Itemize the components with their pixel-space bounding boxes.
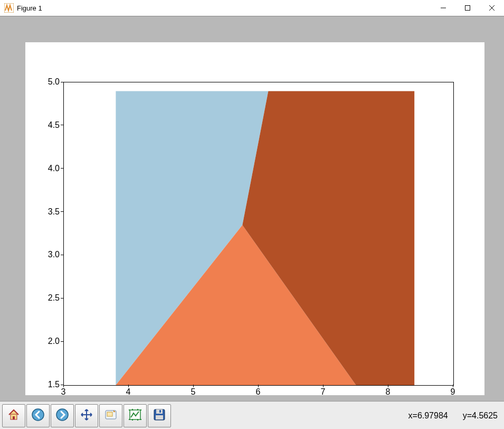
window-controls bbox=[431, 0, 504, 16]
x-tick-label: 4 bbox=[126, 387, 131, 397]
svg-rect-17 bbox=[156, 415, 163, 419]
x-tick-label: 5 bbox=[191, 387, 196, 397]
arrow-left-icon bbox=[31, 408, 45, 424]
y-tick-mark bbox=[61, 211, 63, 212]
x-tick-label: 7 bbox=[321, 387, 326, 397]
x-tick-mark bbox=[128, 385, 129, 387]
pan-button[interactable] bbox=[75, 404, 98, 427]
x-tick-mark bbox=[453, 385, 453, 387]
y-tick-mark bbox=[61, 298, 63, 299]
arrow-right-icon bbox=[55, 408, 69, 424]
x-tick-mark bbox=[258, 385, 259, 387]
y-tick-mark bbox=[61, 125, 63, 125]
svg-rect-12 bbox=[107, 412, 112, 416]
chart-regions bbox=[64, 82, 453, 385]
svg-point-7 bbox=[32, 409, 44, 421]
x-tick-label: 3 bbox=[61, 387, 66, 397]
x-tick-mark bbox=[193, 385, 194, 387]
cursor-y: y=4.5625 bbox=[463, 411, 498, 421]
minimize-button[interactable] bbox=[431, 0, 455, 16]
window-title: Figure 1 bbox=[17, 4, 42, 12]
back-button[interactable] bbox=[26, 404, 50, 427]
y-tick-mark bbox=[61, 385, 63, 385]
y-tick-label: 2.0 bbox=[39, 337, 60, 346]
home-button[interactable] bbox=[2, 404, 25, 427]
figure: 34567891.52.02.53.03.54.04.55.0 bbox=[0, 24, 504, 401]
zoom-button[interactable] bbox=[99, 404, 122, 427]
y-tick-mark bbox=[61, 82, 63, 82]
x-tick-mark bbox=[63, 385, 64, 387]
matplotlib-toolbar: x=6.97984 y=4.5625 bbox=[0, 401, 504, 429]
close-button[interactable] bbox=[480, 0, 504, 16]
axes bbox=[63, 82, 454, 386]
x-tick-mark bbox=[323, 385, 324, 387]
y-tick-label: 3.5 bbox=[39, 207, 60, 217]
zoom-icon bbox=[104, 408, 118, 424]
svg-point-8 bbox=[56, 409, 68, 421]
svg-rect-6 bbox=[13, 416, 15, 419]
x-tick-mark bbox=[388, 385, 388, 387]
save-icon bbox=[153, 408, 166, 424]
maximize-button[interactable] bbox=[455, 0, 480, 16]
subplots-button[interactable] bbox=[123, 404, 147, 427]
x-tick-label: 8 bbox=[386, 387, 391, 397]
app-icon bbox=[4, 3, 14, 13]
x-tick-label: 9 bbox=[451, 387, 455, 397]
y-tick-mark bbox=[61, 341, 63, 342]
configure-icon bbox=[128, 408, 142, 424]
y-tick-label: 5.0 bbox=[39, 77, 60, 87]
save-button[interactable] bbox=[148, 404, 171, 427]
y-tick-label: 4.5 bbox=[39, 120, 60, 130]
figure-canvas[interactable]: 34567891.52.02.53.03.54.04.55.0 bbox=[0, 16, 504, 401]
x-tick-label: 6 bbox=[256, 387, 261, 397]
cursor-status: x=6.97984 y=4.5625 bbox=[408, 402, 498, 429]
move-icon bbox=[80, 408, 93, 424]
window-titlebar: Figure 1 bbox=[0, 0, 504, 16]
svg-rect-2 bbox=[465, 6, 470, 11]
y-tick-label: 2.5 bbox=[39, 293, 60, 303]
cursor-x: x=6.97984 bbox=[408, 411, 448, 421]
y-tick-label: 4.0 bbox=[39, 164, 60, 173]
svg-rect-16 bbox=[159, 410, 161, 413]
y-tick-mark bbox=[61, 255, 63, 255]
y-tick-label: 3.0 bbox=[39, 250, 60, 259]
forward-button[interactable] bbox=[51, 404, 74, 427]
y-tick-label: 1.5 bbox=[39, 380, 60, 389]
home-icon bbox=[7, 408, 21, 424]
y-tick-mark bbox=[61, 168, 63, 169]
